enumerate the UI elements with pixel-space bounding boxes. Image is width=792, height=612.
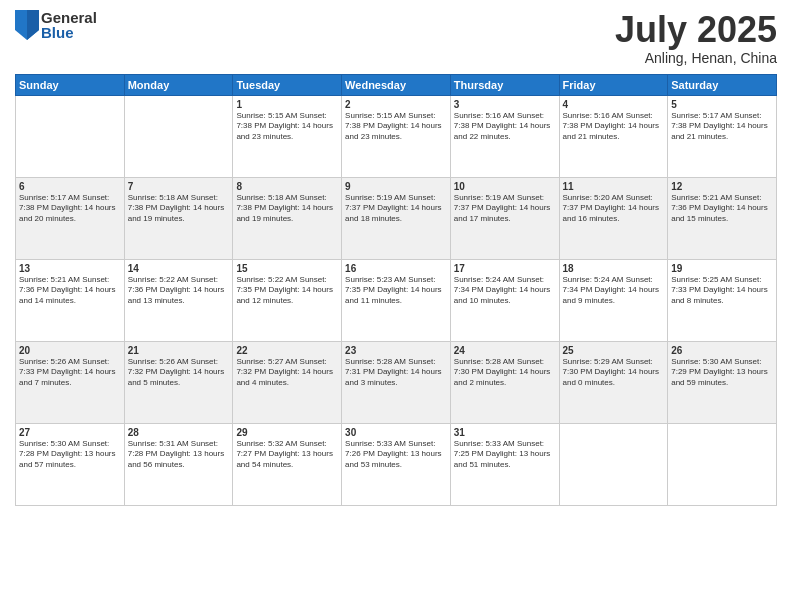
calendar-day-cell: 31Sunrise: 5:33 AM Sunset: 7:25 PM Dayli… bbox=[450, 423, 559, 505]
day-info: Sunrise: 5:20 AM Sunset: 7:37 PM Dayligh… bbox=[563, 193, 665, 225]
calendar-day-cell: 18Sunrise: 5:24 AM Sunset: 7:34 PM Dayli… bbox=[559, 259, 668, 341]
day-info: Sunrise: 5:30 AM Sunset: 7:28 PM Dayligh… bbox=[19, 439, 121, 471]
title-block: July 2025 Anling, Henan, China bbox=[615, 10, 777, 66]
day-number: 13 bbox=[19, 263, 121, 274]
day-number: 3 bbox=[454, 99, 556, 110]
calendar-day-cell: 27Sunrise: 5:30 AM Sunset: 7:28 PM Dayli… bbox=[16, 423, 125, 505]
day-info: Sunrise: 5:27 AM Sunset: 7:32 PM Dayligh… bbox=[236, 357, 338, 389]
calendar-week-row: 20Sunrise: 5:26 AM Sunset: 7:33 PM Dayli… bbox=[16, 341, 777, 423]
calendar-week-row: 13Sunrise: 5:21 AM Sunset: 7:36 PM Dayli… bbox=[16, 259, 777, 341]
calendar-week-row: 27Sunrise: 5:30 AM Sunset: 7:28 PM Dayli… bbox=[16, 423, 777, 505]
calendar-day-cell: 7Sunrise: 5:18 AM Sunset: 7:38 PM Daylig… bbox=[124, 177, 233, 259]
day-info: Sunrise: 5:32 AM Sunset: 7:27 PM Dayligh… bbox=[236, 439, 338, 471]
calendar-weekday-header: Friday bbox=[559, 74, 668, 95]
calendar-day-cell: 21Sunrise: 5:26 AM Sunset: 7:32 PM Dayli… bbox=[124, 341, 233, 423]
day-info: Sunrise: 5:19 AM Sunset: 7:37 PM Dayligh… bbox=[345, 193, 447, 225]
day-number: 6 bbox=[19, 181, 121, 192]
day-number: 2 bbox=[345, 99, 447, 110]
day-number: 12 bbox=[671, 181, 773, 192]
day-info: Sunrise: 5:28 AM Sunset: 7:31 PM Dayligh… bbox=[345, 357, 447, 389]
day-info: Sunrise: 5:17 AM Sunset: 7:38 PM Dayligh… bbox=[19, 193, 121, 225]
day-info: Sunrise: 5:22 AM Sunset: 7:35 PM Dayligh… bbox=[236, 275, 338, 307]
day-info: Sunrise: 5:30 AM Sunset: 7:29 PM Dayligh… bbox=[671, 357, 773, 389]
location: Anling, Henan, China bbox=[615, 50, 777, 66]
day-number: 15 bbox=[236, 263, 338, 274]
calendar-day-cell: 15Sunrise: 5:22 AM Sunset: 7:35 PM Dayli… bbox=[233, 259, 342, 341]
day-number: 26 bbox=[671, 345, 773, 356]
svg-marker-1 bbox=[27, 10, 39, 40]
calendar-day-cell: 14Sunrise: 5:22 AM Sunset: 7:36 PM Dayli… bbox=[124, 259, 233, 341]
calendar-weekday-header: Tuesday bbox=[233, 74, 342, 95]
day-info: Sunrise: 5:28 AM Sunset: 7:30 PM Dayligh… bbox=[454, 357, 556, 389]
logo-general: General bbox=[41, 10, 97, 25]
calendar-day-cell: 4Sunrise: 5:16 AM Sunset: 7:38 PM Daylig… bbox=[559, 95, 668, 177]
header: General Blue July 2025 Anling, Henan, Ch… bbox=[15, 10, 777, 66]
calendar-weekday-header: Saturday bbox=[668, 74, 777, 95]
day-number: 23 bbox=[345, 345, 447, 356]
logo-blue: Blue bbox=[41, 25, 97, 40]
day-info: Sunrise: 5:15 AM Sunset: 7:38 PM Dayligh… bbox=[345, 111, 447, 143]
calendar-day-cell: 20Sunrise: 5:26 AM Sunset: 7:33 PM Dayli… bbox=[16, 341, 125, 423]
calendar-day-cell: 29Sunrise: 5:32 AM Sunset: 7:27 PM Dayli… bbox=[233, 423, 342, 505]
day-info: Sunrise: 5:24 AM Sunset: 7:34 PM Dayligh… bbox=[454, 275, 556, 307]
calendar-day-cell: 23Sunrise: 5:28 AM Sunset: 7:31 PM Dayli… bbox=[342, 341, 451, 423]
day-info: Sunrise: 5:17 AM Sunset: 7:38 PM Dayligh… bbox=[671, 111, 773, 143]
day-info: Sunrise: 5:31 AM Sunset: 7:28 PM Dayligh… bbox=[128, 439, 230, 471]
calendar-day-cell: 25Sunrise: 5:29 AM Sunset: 7:30 PM Dayli… bbox=[559, 341, 668, 423]
day-info: Sunrise: 5:25 AM Sunset: 7:33 PM Dayligh… bbox=[671, 275, 773, 307]
day-number: 11 bbox=[563, 181, 665, 192]
calendar-day-cell: 30Sunrise: 5:33 AM Sunset: 7:26 PM Dayli… bbox=[342, 423, 451, 505]
day-number: 22 bbox=[236, 345, 338, 356]
day-number: 10 bbox=[454, 181, 556, 192]
day-number: 25 bbox=[563, 345, 665, 356]
calendar-day-cell bbox=[16, 95, 125, 177]
logo-text: General Blue bbox=[41, 10, 97, 40]
calendar-day-cell: 6Sunrise: 5:17 AM Sunset: 7:38 PM Daylig… bbox=[16, 177, 125, 259]
day-number: 7 bbox=[128, 181, 230, 192]
calendar-weekday-header: Monday bbox=[124, 74, 233, 95]
day-number: 28 bbox=[128, 427, 230, 438]
calendar-day-cell: 22Sunrise: 5:27 AM Sunset: 7:32 PM Dayli… bbox=[233, 341, 342, 423]
calendar-week-row: 1Sunrise: 5:15 AM Sunset: 7:38 PM Daylig… bbox=[16, 95, 777, 177]
day-number: 16 bbox=[345, 263, 447, 274]
day-number: 14 bbox=[128, 263, 230, 274]
day-info: Sunrise: 5:21 AM Sunset: 7:36 PM Dayligh… bbox=[19, 275, 121, 307]
calendar-day-cell bbox=[124, 95, 233, 177]
calendar-day-cell: 12Sunrise: 5:21 AM Sunset: 7:36 PM Dayli… bbox=[668, 177, 777, 259]
calendar-day-cell: 16Sunrise: 5:23 AM Sunset: 7:35 PM Dayli… bbox=[342, 259, 451, 341]
month-title: July 2025 bbox=[615, 10, 777, 50]
calendar-day-cell: 24Sunrise: 5:28 AM Sunset: 7:30 PM Dayli… bbox=[450, 341, 559, 423]
calendar-day-cell: 2Sunrise: 5:15 AM Sunset: 7:38 PM Daylig… bbox=[342, 95, 451, 177]
day-info: Sunrise: 5:33 AM Sunset: 7:26 PM Dayligh… bbox=[345, 439, 447, 471]
day-number: 20 bbox=[19, 345, 121, 356]
day-info: Sunrise: 5:23 AM Sunset: 7:35 PM Dayligh… bbox=[345, 275, 447, 307]
calendar-day-cell: 10Sunrise: 5:19 AM Sunset: 7:37 PM Dayli… bbox=[450, 177, 559, 259]
day-number: 18 bbox=[563, 263, 665, 274]
day-info: Sunrise: 5:21 AM Sunset: 7:36 PM Dayligh… bbox=[671, 193, 773, 225]
calendar-weekday-header: Wednesday bbox=[342, 74, 451, 95]
calendar-header-row: SundayMondayTuesdayWednesdayThursdayFrid… bbox=[16, 74, 777, 95]
calendar-day-cell: 28Sunrise: 5:31 AM Sunset: 7:28 PM Dayli… bbox=[124, 423, 233, 505]
day-number: 4 bbox=[563, 99, 665, 110]
day-number: 8 bbox=[236, 181, 338, 192]
day-info: Sunrise: 5:33 AM Sunset: 7:25 PM Dayligh… bbox=[454, 439, 556, 471]
logo-icon bbox=[15, 10, 39, 40]
day-info: Sunrise: 5:16 AM Sunset: 7:38 PM Dayligh… bbox=[454, 111, 556, 143]
day-info: Sunrise: 5:26 AM Sunset: 7:32 PM Dayligh… bbox=[128, 357, 230, 389]
day-number: 19 bbox=[671, 263, 773, 274]
day-number: 17 bbox=[454, 263, 556, 274]
day-info: Sunrise: 5:18 AM Sunset: 7:38 PM Dayligh… bbox=[236, 193, 338, 225]
day-info: Sunrise: 5:24 AM Sunset: 7:34 PM Dayligh… bbox=[563, 275, 665, 307]
calendar: SundayMondayTuesdayWednesdayThursdayFrid… bbox=[15, 74, 777, 506]
day-info: Sunrise: 5:19 AM Sunset: 7:37 PM Dayligh… bbox=[454, 193, 556, 225]
calendar-day-cell: 26Sunrise: 5:30 AM Sunset: 7:29 PM Dayli… bbox=[668, 341, 777, 423]
day-info: Sunrise: 5:16 AM Sunset: 7:38 PM Dayligh… bbox=[563, 111, 665, 143]
page: General Blue July 2025 Anling, Henan, Ch… bbox=[0, 0, 792, 612]
day-info: Sunrise: 5:22 AM Sunset: 7:36 PM Dayligh… bbox=[128, 275, 230, 307]
calendar-day-cell: 19Sunrise: 5:25 AM Sunset: 7:33 PM Dayli… bbox=[668, 259, 777, 341]
day-number: 30 bbox=[345, 427, 447, 438]
calendar-day-cell: 17Sunrise: 5:24 AM Sunset: 7:34 PM Dayli… bbox=[450, 259, 559, 341]
calendar-day-cell: 9Sunrise: 5:19 AM Sunset: 7:37 PM Daylig… bbox=[342, 177, 451, 259]
day-number: 5 bbox=[671, 99, 773, 110]
calendar-day-cell bbox=[668, 423, 777, 505]
